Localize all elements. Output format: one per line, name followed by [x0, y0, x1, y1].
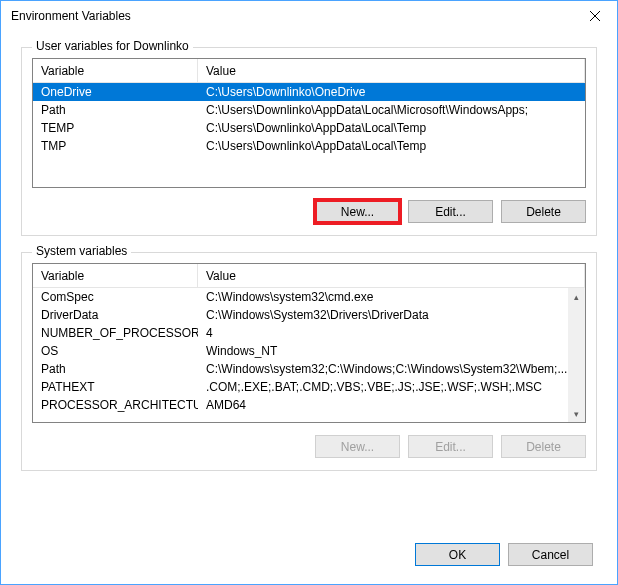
user-delete-button[interactable]: Delete	[501, 200, 586, 223]
titlebar: Environment Variables	[1, 1, 617, 31]
cell-variable: PATHEXT	[33, 380, 198, 394]
system-table-header: Variable Value	[33, 264, 585, 288]
cell-value: Windows_NT	[198, 344, 568, 358]
user-variables-table[interactable]: Variable Value OneDriveC:\Users\Downlink…	[32, 58, 586, 188]
system-variables-table[interactable]: Variable Value ComSpecC:\Windows\system3…	[32, 263, 586, 423]
window-title: Environment Variables	[11, 9, 572, 23]
cell-value: C:\Users\Downlinko\AppData\Local\Microso…	[198, 103, 585, 117]
user-new-button[interactable]: New...	[315, 200, 400, 223]
cell-variable: TMP	[33, 139, 198, 153]
table-row[interactable]: ComSpecC:\Windows\system32\cmd.exe	[33, 288, 568, 306]
system-edit-button: Edit...	[408, 435, 493, 458]
table-row[interactable]: DriverDataC:\Windows\System32\Drivers\Dr…	[33, 306, 568, 324]
cell-variable: TEMP	[33, 121, 198, 135]
table-row[interactable]: OSWindows_NT	[33, 342, 568, 360]
cell-value: C:\Users\Downlinko\AppData\Local\Temp	[198, 139, 585, 153]
close-button[interactable]	[572, 1, 617, 31]
cell-value: .COM;.EXE;.BAT;.CMD;.VBS;.VBE;.JS;.JSE;.…	[198, 380, 568, 394]
cell-value: AMD64	[198, 398, 568, 412]
system-new-button: New...	[315, 435, 400, 458]
user-button-row: New... Edit... Delete	[32, 200, 586, 223]
system-variables-group: System variables Variable Value ComSpecC…	[21, 252, 597, 471]
table-row[interactable]: OneDriveC:\Users\Downlinko\OneDrive	[33, 83, 585, 101]
cell-value: C:\Windows\system32;C:\Windows;C:\Window…	[198, 362, 568, 376]
cell-variable: OS	[33, 344, 198, 358]
cell-value: 4	[198, 326, 568, 340]
system-delete-button: Delete	[501, 435, 586, 458]
cell-variable: ComSpec	[33, 290, 198, 304]
user-col-variable[interactable]: Variable	[33, 59, 198, 82]
table-row[interactable]: TMPC:\Users\Downlinko\AppData\Local\Temp	[33, 137, 585, 155]
cell-variable: PROCESSOR_ARCHITECTURE	[33, 398, 198, 412]
cell-variable: Path	[33, 103, 198, 117]
cell-value: C:\Users\Downlinko\OneDrive	[198, 85, 585, 99]
scroll-down-icon[interactable]: ▾	[568, 405, 585, 422]
table-row[interactable]: PathC:\Windows\system32;C:\Windows;C:\Wi…	[33, 360, 568, 378]
user-variables-group: User variables for Downlinko Variable Va…	[21, 47, 597, 236]
cell-variable: OneDrive	[33, 85, 198, 99]
user-col-value[interactable]: Value	[198, 59, 585, 82]
sys-col-variable[interactable]: Variable	[33, 264, 198, 287]
cell-variable: Path	[33, 362, 198, 376]
cell-variable: DriverData	[33, 308, 198, 322]
dialog-footer: OK Cancel	[415, 543, 593, 566]
system-group-label: System variables	[32, 244, 131, 258]
user-table-header: Variable Value	[33, 59, 585, 83]
cell-value: C:\Users\Downlinko\AppData\Local\Temp	[198, 121, 585, 135]
table-row[interactable]: PATHEXT.COM;.EXE;.BAT;.CMD;.VBS;.VBE;.JS…	[33, 378, 568, 396]
ok-button[interactable]: OK	[415, 543, 500, 566]
system-button-row: New... Edit... Delete	[32, 435, 586, 458]
cell-value: C:\Windows\system32\cmd.exe	[198, 290, 568, 304]
user-edit-button[interactable]: Edit...	[408, 200, 493, 223]
cancel-button[interactable]: Cancel	[508, 543, 593, 566]
close-icon	[590, 11, 600, 21]
system-scrollbar[interactable]: ▴ ▾	[568, 288, 585, 422]
table-row[interactable]: PROCESSOR_ARCHITECTUREAMD64	[33, 396, 568, 414]
table-row[interactable]: TEMPC:\Users\Downlinko\AppData\Local\Tem…	[33, 119, 585, 137]
table-row[interactable]: NUMBER_OF_PROCESSORS4	[33, 324, 568, 342]
cell-variable: NUMBER_OF_PROCESSORS	[33, 326, 198, 340]
sys-col-value[interactable]: Value	[198, 264, 585, 287]
user-group-label: User variables for Downlinko	[32, 39, 193, 53]
cell-value: C:\Windows\System32\Drivers\DriverData	[198, 308, 568, 322]
scroll-up-icon[interactable]: ▴	[568, 288, 585, 305]
table-row[interactable]: PathC:\Users\Downlinko\AppData\Local\Mic…	[33, 101, 585, 119]
